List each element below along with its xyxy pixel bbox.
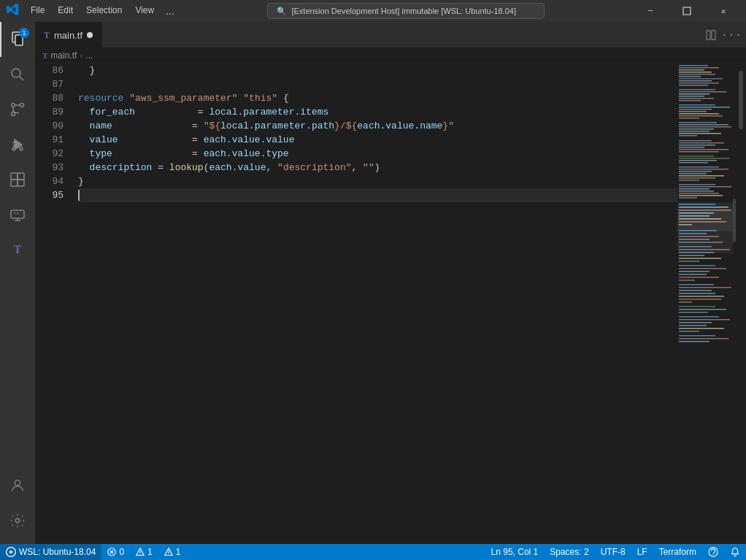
status-encoding-button[interactable]: UTF-8 (595, 544, 631, 560)
minimize-button[interactable]: ─ (634, 0, 667, 22)
code-line-86: } (78, 64, 677, 77)
svg-rect-114 (679, 309, 726, 310)
breadcrumb-terraform-icon: T (42, 51, 47, 60)
svg-rect-30 (679, 74, 715, 75)
status-line-ending-button[interactable]: LF (631, 544, 653, 560)
menu-edit[interactable]: Edit (52, 4, 79, 18)
scrollbar-thumb[interactable] (739, 71, 743, 129)
search-magnifier-icon: 🔍 (277, 7, 287, 16)
tab-main-tf[interactable]: T main.tf (35, 22, 102, 47)
svg-rect-47 (679, 115, 723, 117)
line-numbers: 86 87 88 89 90 91 92 93 94 95 (35, 64, 75, 544)
status-position-button[interactable]: Ln 95, Col 1 (485, 544, 545, 560)
vscode-logo (6, 3, 19, 19)
status-line-ending-text: LF (637, 547, 647, 557)
activity-bar: 1 (0, 22, 35, 544)
status-notifications-button[interactable] (724, 544, 746, 560)
svg-rect-81 (679, 204, 715, 205)
menu-file[interactable]: File (25, 4, 50, 18)
svg-rect-16 (18, 173, 24, 180)
more-actions-button[interactable]: ··· (723, 26, 740, 44)
code-line-88: resource "aws_ssm_parameter" "this" { (78, 91, 677, 105)
svg-point-23 (15, 518, 20, 523)
title-search[interactable]: 🔍 [Extension Development Host] immutable… (267, 3, 545, 19)
svg-rect-58 (679, 142, 724, 144)
status-encoding-text: UTF-8 (601, 547, 626, 557)
status-feedback-button[interactable] (702, 544, 724, 560)
menu-more[interactable]: ... (161, 4, 179, 18)
status-warnings-count: 1 (147, 547, 153, 557)
status-errors-button[interactable]: 0 (101, 544, 130, 560)
svg-rect-109 (679, 293, 715, 294)
menu-view[interactable]: View (129, 4, 160, 18)
svg-rect-51 (679, 126, 731, 128)
code-line-93: description = lookup(each.value, "descri… (78, 161, 677, 174)
split-editor-button[interactable] (702, 26, 720, 44)
svg-rect-50 (679, 124, 728, 126)
status-errors-count: 0 (119, 547, 124, 557)
svg-rect-79 (679, 195, 723, 196)
title-search-text: [Extension Development Host] immutable [… (291, 7, 516, 15)
settings-activity-icon[interactable] (0, 503, 35, 538)
svg-rect-99 (679, 261, 699, 262)
svg-rect-122 (679, 335, 715, 337)
status-info-button[interactable]: 1 (158, 544, 187, 560)
svg-rect-82 (679, 207, 728, 208)
close-button[interactable]: ✕ (707, 0, 740, 22)
svg-rect-93 (679, 242, 723, 243)
svg-rect-25 (712, 30, 715, 39)
editor-content: 86 87 88 89 90 91 92 93 94 95 } (35, 64, 746, 544)
terraform-activity-icon[interactable]: T (0, 232, 35, 267)
source-control-activity-icon[interactable] (0, 92, 35, 127)
svg-point-129 (139, 553, 140, 554)
accounts-activity-icon[interactable] (0, 468, 35, 503)
maximize-button[interactable] (670, 0, 704, 22)
status-branch-text: WSL: Ubuntu-18.04 (19, 547, 96, 557)
svg-point-8 (12, 147, 15, 150)
menu-selection[interactable]: Selection (80, 4, 128, 18)
svg-rect-95 (679, 249, 730, 250)
status-language-button[interactable]: Terraform (653, 544, 702, 560)
vertical-scrollbar[interactable] (736, 64, 746, 544)
svg-rect-49 (679, 122, 717, 123)
status-bar: WSL: Ubuntu-18.04 0 1 1 (0, 544, 746, 560)
svg-line-4 (20, 77, 24, 81)
svg-rect-24 (707, 30, 710, 39)
status-right: Ln 95, Col 1 Spaces: 2 UTF-8 LF Terrafor… (485, 544, 746, 560)
status-warnings-button[interactable]: 1 (130, 544, 158, 560)
svg-rect-55 (679, 135, 697, 137)
svg-rect-36 (679, 89, 715, 91)
minimap-scrollbar-thumb[interactable] (733, 199, 736, 242)
status-remote-button[interactable]: WSL: Ubuntu-18.04 (0, 544, 101, 560)
breadcrumb-item[interactable]: ... (85, 50, 93, 61)
svg-rect-108 (679, 290, 712, 291)
code-area[interactable]: } resource "aws_ssm_parameter" "this" { … (75, 64, 677, 544)
svg-point-5 (12, 104, 15, 107)
svg-rect-117 (679, 319, 730, 321)
svg-rect-91 (679, 236, 719, 237)
svg-rect-38 (679, 93, 710, 95)
extensions-activity-icon[interactable] (0, 162, 35, 197)
svg-rect-76 (679, 188, 710, 190)
svg-rect-120 (679, 328, 724, 329)
svg-rect-39 (679, 96, 704, 97)
svg-rect-57 (679, 140, 712, 142)
svg-rect-119 (679, 325, 707, 326)
title-bar: File Edit Selection View ... 🔍 [Extensio… (0, 0, 746, 22)
search-activity-icon[interactable] (0, 57, 35, 92)
explorer-activity-icon[interactable]: 1 (0, 22, 35, 57)
svg-rect-65 (679, 160, 717, 161)
svg-rect-29 (679, 72, 712, 73)
status-spaces-button[interactable]: Spaces: 2 (544, 544, 594, 560)
tab-bar-right: ··· (696, 22, 746, 47)
minimap-scrollbar[interactable] (733, 64, 736, 544)
status-info-count: 1 (176, 547, 181, 557)
svg-rect-61 (679, 149, 728, 150)
svg-rect-32 (679, 78, 723, 80)
svg-rect-103 (679, 274, 707, 275)
svg-rect-97 (679, 255, 704, 256)
remote-explorer-activity-icon[interactable] (0, 197, 35, 232)
svg-rect-45 (679, 111, 707, 112)
breadcrumb-file[interactable]: main.tf (50, 50, 77, 61)
run-debug-activity-icon[interactable] (0, 127, 35, 162)
